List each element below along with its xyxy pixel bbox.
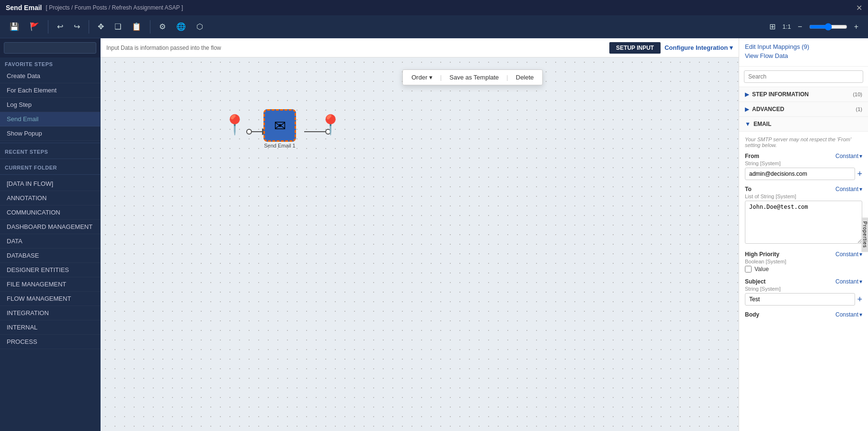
subject-constant-selector[interactable]: Constant ▾ (835, 278, 862, 285)
sidebar-item-data-in-flow[interactable]: [DATA IN FLOW] (0, 177, 100, 191)
toolbar: 💾 🚩 ↩ ↪ ✥ ❑ 📋 ⚙ 🌐 ⬡ ⊞ 1:1 − + (0, 15, 868, 38)
constant-chevron-icon: ▾ (859, 153, 862, 159)
edit-input-mappings-link[interactable]: Edit Input Mappings (9) (745, 43, 862, 50)
canvas-info-text: Input Data is information passed into th… (106, 45, 605, 51)
settings-button[interactable]: ⚙ (155, 20, 170, 33)
to-constant-selector[interactable]: Constant ▾ (835, 186, 862, 193)
email-section-header[interactable]: ▼ EMAIL (739, 117, 868, 132)
from-add-button[interactable]: + (857, 169, 862, 179)
sidebar-section-favorites: FAVORITE STEPS (0, 57, 100, 69)
body-constant-selector[interactable]: Constant ▾ (835, 311, 862, 318)
high-priority-value-label: Value (754, 266, 769, 272)
sidebar-section-current: CURRENT FOLDER (0, 161, 100, 172)
sidebar-item-annotation[interactable]: ANNOTATION (0, 191, 100, 205)
from-label: From (745, 153, 759, 159)
delete-menu-item[interactable]: Delete (514, 73, 536, 82)
save-button[interactable]: 💾 (6, 20, 23, 33)
sidebar-item-log-step[interactable]: Log Step (0, 98, 100, 112)
sidebar-search-input[interactable] (4, 42, 96, 54)
configure-integration-label: Configure Integration (664, 44, 728, 51)
email-node[interactable]: ✉ Send Email 1 (263, 109, 296, 148)
high-priority-checkbox-row: Value (745, 266, 862, 272)
subject-chevron-icon: ▾ (859, 278, 862, 285)
sidebar-item-data[interactable]: DATA (0, 234, 100, 249)
subject-field-header: Subject Constant ▾ (745, 278, 862, 285)
from-input[interactable] (745, 168, 855, 180)
app-title: Send Email (6, 4, 42, 11)
sidebar-item-communication[interactable]: COMMUNICATION (0, 205, 100, 220)
to-field-header: To Constant ▾ (745, 186, 862, 193)
end-node: 📍 (319, 115, 343, 134)
sidebar-item-internal[interactable]: INTERNAL (0, 320, 100, 335)
advanced-title: ADVANCED (752, 106, 856, 113)
zoom-in-button[interactable]: + (850, 21, 862, 33)
start-pin-icon: 📍 (223, 115, 247, 134)
from-field-header: From Constant ▾ (745, 153, 862, 159)
right-panel: Properties Edit Input Mappings (9) View … (739, 38, 868, 431)
sidebar-item-designer-entities[interactable]: DESIGNER ENTITIES (0, 263, 100, 277)
advanced-section[interactable]: ▶ ADVANCED (1) (739, 102, 868, 117)
grid-button[interactable]: ⊞ (765, 20, 779, 33)
to-chevron-icon: ▾ (859, 186, 862, 193)
sidebar-item-send-email[interactable]: Send Email (0, 112, 100, 126)
sidebar-item-file-mgmt[interactable]: FILE MANAGEMENT (0, 277, 100, 292)
high-priority-field-row: High Priority Constant ▾ Boolean [System… (745, 251, 862, 272)
right-panel-search-input[interactable] (744, 70, 863, 83)
sidebar-item-create-data[interactable]: Create Data (0, 69, 100, 83)
canvas-topbar: Input Data is information passed into th… (101, 38, 739, 57)
body-field-header: Body Constant ▾ (745, 311, 862, 318)
zoom-slider[interactable] (809, 23, 847, 31)
subject-field-row: Subject Constant ▾ String [System] + (745, 278, 862, 306)
main-layout: FAVORITE STEPS Create Data For Each Elem… (0, 38, 868, 431)
subject-label: Subject (745, 278, 765, 285)
redo-button[interactable]: ↪ (70, 20, 84, 33)
to-textarea[interactable]: John.Doe@test.com (745, 201, 862, 244)
setup-input-button[interactable]: SETUP INPUT (609, 42, 661, 54)
undo-button[interactable]: ↩ (53, 20, 67, 33)
sidebar-item-process[interactable]: PROCESS (0, 335, 100, 349)
sidebar-section-recent: RECENT STEPS (0, 145, 100, 157)
flow-canvas: 📍 ✉ Send Email 1 📍 (101, 38, 739, 431)
properties-tab[interactable]: Properties (862, 217, 868, 252)
paste-button[interactable]: 📋 (128, 20, 145, 33)
end-pin-icon: 📍 (319, 115, 343, 134)
save-as-template-item[interactable]: Save as Template (447, 73, 501, 82)
canvas-topbar-right: Configure Integration ▾ (664, 44, 733, 51)
sidebar-search-container (0, 38, 100, 57)
configure-integration-button[interactable]: Configure Integration ▾ (664, 44, 733, 51)
org-button[interactable]: ⬡ (193, 20, 207, 33)
close-button[interactable]: ✕ (856, 3, 862, 12)
step-information-section[interactable]: ▶ STEP INFORMATION (10) (739, 87, 868, 102)
high-priority-label: High Priority (745, 251, 779, 258)
svg-point-3 (247, 129, 251, 134)
high-priority-constant-selector[interactable]: Constant ▾ (835, 251, 862, 258)
email-arrow-icon: ▼ (745, 121, 751, 127)
sidebar-item-show-popup[interactable]: Show Popup (0, 126, 100, 141)
flow-svg (101, 38, 739, 431)
sidebar-item-for-each[interactable]: For Each Element (0, 83, 100, 98)
flag-button[interactable]: 🚩 (26, 20, 43, 33)
body-chevron-icon: ▾ (859, 311, 862, 318)
advanced-count: (1) (856, 106, 862, 112)
view-flow-data-link[interactable]: View Flow Data (745, 52, 862, 59)
subject-add-button[interactable]: + (857, 295, 862, 305)
sidebar-item-dashboard-mgmt[interactable]: DASHBOARD MANAGEMENT (0, 220, 100, 234)
sidebar-item-database[interactable]: DATABASE (0, 249, 100, 263)
to-type: List of String [System] (745, 193, 862, 199)
step-info-arrow-icon: ▶ (745, 91, 749, 98)
from-constant-selector[interactable]: Constant ▾ (835, 153, 862, 159)
zoom-out-button[interactable]: − (794, 21, 806, 33)
high-priority-header: High Priority Constant ▾ (745, 251, 862, 258)
sidebar: FAVORITE STEPS Create Data For Each Elem… (0, 38, 101, 431)
smtp-note: Your SMTP server may not respect the 'Fr… (745, 136, 862, 148)
sidebar-item-flow-mgmt[interactable]: FLOW MANAGEMENT (0, 292, 100, 306)
subject-input[interactable] (745, 293, 855, 306)
order-menu-item[interactable]: Order ▾ (410, 73, 434, 82)
cursor-button[interactable]: ✥ (94, 20, 108, 33)
sidebar-item-integration[interactable]: INTEGRATION (0, 306, 100, 320)
right-panel-top-links: Edit Input Mappings (9) View Flow Data (739, 38, 868, 67)
context-menu-separator: | (440, 74, 442, 81)
copy-button[interactable]: ❑ (111, 20, 125, 33)
earth-button[interactable]: 🌐 (172, 20, 190, 33)
high-priority-checkbox[interactable] (745, 266, 752, 272)
